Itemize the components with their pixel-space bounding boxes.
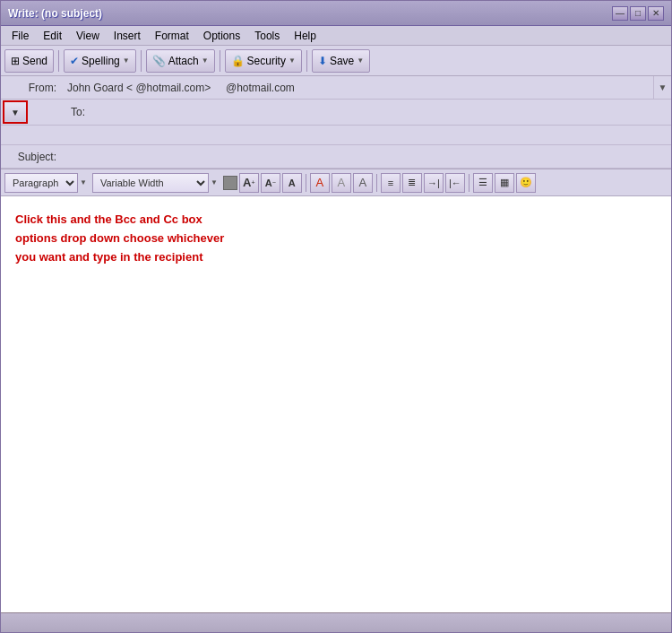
to-input[interactable]: [92, 103, 671, 121]
menu-edit[interactable]: Edit: [36, 28, 69, 44]
send-label: Send: [22, 55, 47, 67]
font-select[interactable]: Variable Width: [92, 173, 209, 193]
spelling-button[interactable]: ✔ Spelling ▼: [64, 49, 136, 73]
ul-icon: ≡: [388, 178, 393, 188]
indent-icon: →|: [427, 178, 440, 188]
emoji-btn[interactable]: 🙂: [516, 173, 536, 193]
from-value: John Goard < @hotmail.com> @hotmail.com: [64, 79, 653, 97]
security-button[interactable]: 🔒 Security ▼: [225, 49, 302, 73]
font-color-btn[interactable]: [223, 176, 237, 190]
spelling-dropdown-arrow: ▼: [123, 56, 130, 65]
spell-icon: ✔: [70, 55, 79, 67]
save-button[interactable]: ⬇ Save ▼: [312, 49, 370, 73]
font-larger-icon: A: [243, 176, 251, 189]
table-btn[interactable]: ▦: [495, 173, 514, 193]
attach-dropdown-arrow: ▼: [202, 56, 209, 65]
font-dropdown-arrow: ▼: [211, 178, 218, 186]
font-color-c-btn[interactable]: A: [353, 173, 373, 193]
font-color-b-btn[interactable]: A: [332, 173, 351, 193]
font-color-a-btn[interactable]: A: [310, 173, 330, 193]
align-btn[interactable]: ☰: [473, 173, 493, 193]
subject-label: Subject:: [1, 151, 64, 163]
to-expand-button[interactable]: ▼: [3, 100, 28, 124]
font-color-b-icon: A: [338, 176, 346, 189]
security-dropdown-arrow: ▼: [289, 56, 296, 65]
cc-row: [1, 126, 671, 145]
window-title: Write: (no subject): [8, 7, 102, 20]
status-bar: [1, 612, 671, 632]
emoji-icon: 🙂: [520, 177, 532, 188]
ol-icon: ≣: [408, 177, 416, 188]
menu-help[interactable]: Help: [287, 28, 323, 44]
table-icon: ▦: [500, 177, 509, 188]
menu-options[interactable]: Options: [196, 28, 247, 44]
from-row: From: John Goard < @hotmail.com> @hotmai…: [1, 76, 671, 100]
font-size-larger-btn[interactable]: A+: [239, 173, 259, 193]
toolbar-sep-4: [306, 50, 307, 72]
menu-tools[interactable]: Tools: [247, 28, 287, 44]
paragraph-dropdown-arrow: ▼: [80, 178, 87, 186]
attach-label: Attach: [168, 55, 199, 67]
security-label: Security: [247, 55, 286, 67]
subject-row: Subject:: [1, 145, 671, 169]
font-smaller-icon: A: [265, 178, 272, 188]
title-bar: Write: (no subject) — □ ✕: [1, 1, 671, 26]
save-icon: ⬇: [318, 55, 327, 67]
formatting-bar: Paragraph ▼ Variable Width ▼ A+ A− A A A…: [1, 169, 671, 196]
send-button[interactable]: ⊞ Send: [4, 49, 54, 73]
font-reset-icon: A: [289, 178, 296, 188]
from-dropdown-button[interactable]: ▼: [653, 76, 671, 99]
to-label: To:: [30, 106, 92, 118]
save-dropdown-arrow: ▼: [357, 56, 364, 65]
outdent-btn[interactable]: |←: [445, 173, 465, 193]
font-size-smaller-btn[interactable]: A−: [261, 173, 280, 193]
attach-button[interactable]: 📎 Attach ▼: [146, 49, 215, 73]
toolbar-sep-3: [220, 50, 220, 72]
font-reset-btn[interactable]: A: [282, 173, 302, 193]
security-icon: 🔒: [231, 55, 245, 67]
format-sep-3: [469, 174, 470, 192]
spelling-label: Spelling: [82, 55, 120, 67]
subject-input[interactable]: [64, 148, 671, 166]
close-button[interactable]: ✕: [648, 6, 664, 21]
from-label: From:: [1, 82, 64, 94]
menu-file[interactable]: File: [4, 28, 36, 44]
compose-area[interactable]: Click this and the Bcc and Cc box option…: [1, 196, 671, 612]
paragraph-style-select[interactable]: Paragraph: [4, 173, 78, 193]
outdent-icon: |←: [449, 178, 461, 188]
menu-insert[interactable]: Insert: [107, 28, 148, 44]
maximize-button[interactable]: □: [630, 6, 646, 21]
cc-input[interactable]: [64, 126, 671, 144]
ordered-list-btn[interactable]: ≣: [402, 173, 422, 193]
format-sep-1: [306, 174, 306, 192]
toolbar-sep-1: [58, 50, 59, 72]
indent-btn[interactable]: →|: [424, 173, 444, 193]
header-area: From: John Goard < @hotmail.com> @hotmai…: [1, 76, 671, 169]
font-color-c-icon: A: [359, 176, 367, 189]
window-controls: — □ ✕: [612, 6, 664, 21]
minimize-button[interactable]: —: [612, 6, 628, 21]
menu-bar: File Edit View Insert Format Options Too…: [1, 26, 671, 46]
menu-format[interactable]: Format: [148, 28, 196, 44]
menu-view[interactable]: View: [69, 28, 107, 44]
toolbar: ⊞ Send ✔ Spelling ▼ 📎 Attach ▼ 🔒 Securit…: [1, 46, 671, 76]
save-label: Save: [330, 55, 354, 67]
send-icon: ⊞: [11, 55, 20, 67]
email-compose-window: Write: (no subject) — □ ✕ File Edit View…: [0, 0, 672, 633]
annotation-text: Click this and the Bcc and Cc box option…: [15, 211, 657, 266]
toolbar-sep-2: [141, 50, 142, 72]
align-icon: ☰: [478, 177, 487, 188]
to-row: ▼ To:: [1, 100, 671, 126]
format-sep-2: [376, 174, 377, 192]
attach-icon: 📎: [152, 55, 166, 67]
unordered-list-btn[interactable]: ≡: [381, 173, 401, 193]
font-color-a-icon: A: [316, 176, 324, 189]
